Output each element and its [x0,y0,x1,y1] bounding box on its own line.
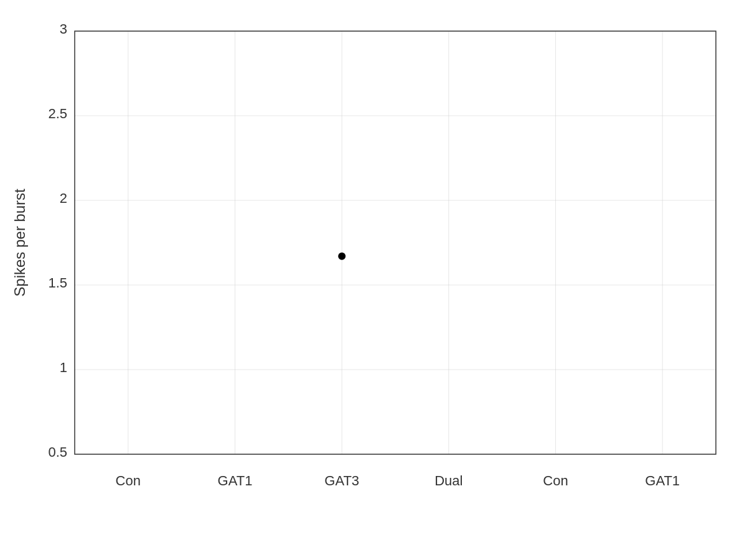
xtick-2: GAT3 [324,473,359,488]
ytick-10: 1 [60,360,67,375]
data-point-gat3 [338,253,345,260]
xtick-4: Con [543,473,568,488]
ytick-25: 2.5 [48,106,67,121]
ytick-30: 3 [60,21,67,37]
y-axis-label: Spikes per burst [11,189,28,297]
ytick-15: 1.5 [48,275,67,291]
ytick-20: 2 [60,190,67,206]
xtick-5: GAT1 [645,473,680,488]
xtick-3: Dual [435,473,463,488]
xtick-0: Con [116,473,141,488]
chart-container: 0.5 1 1.5 2 2.5 3 Spikes per burst Con G… [0,0,747,560]
xtick-1: GAT1 [218,473,253,488]
plot-border [75,31,716,454]
ytick-05: 0.5 [48,444,67,460]
